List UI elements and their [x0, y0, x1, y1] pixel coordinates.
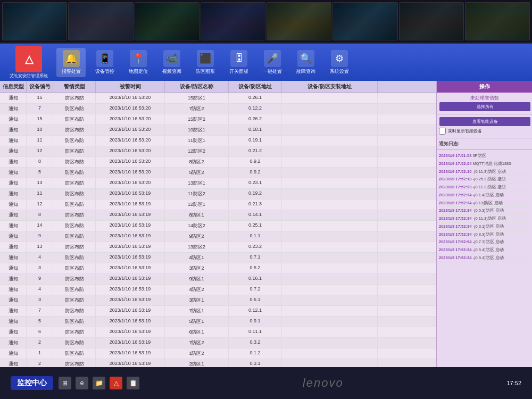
- table-cell-14-5: 0.23.2: [229, 242, 282, 252]
- table-row[interactable]: 通知6防区布防2023/1/10 16:53:196防区10.11.1: [0, 327, 436, 338]
- device-icon: 📱: [96, 50, 113, 67]
- log-time: 2023/1/9 17:52:34: [439, 247, 471, 252]
- log-area[interactable]: 2023/1/9 17:51:58 3P防区 2023/1/9 17:52:04…: [437, 150, 532, 367]
- nav-logo-item[interactable]: △ 艾礼安安防管理系统: [5, 44, 52, 81]
- nav-item-map[interactable]: 📍 地图定位: [123, 48, 153, 77]
- table-row[interactable]: 通知3防区布防2023/1/10 16:53:193防区20.5.2: [0, 263, 436, 274]
- process-button[interactable]: 查看智能设备: [439, 117, 530, 126]
- security-icon[interactable]: △: [110, 377, 122, 389]
- table-row[interactable]: 通知15防区布防2023/1/10 16:53:2015防区20.26.2: [0, 114, 436, 125]
- table-cell-25-1: 2: [27, 359, 53, 367]
- table-row[interactable]: 通知7防区布防2023/1/10 16:53:197防区10.12.1: [0, 306, 436, 317]
- table-row[interactable]: 通知9防区布防2023/1/10 16:53:199防区10.16.1: [0, 274, 436, 285]
- table-row[interactable]: 通知14防区布防2023/1/10 16:53:1914防区20.25.1: [0, 221, 436, 231]
- table-row[interactable]: 通知13防区布防2023/1/10 16:53:1913防区20.23.2: [0, 242, 436, 253]
- table-row[interactable]: 通知2防区布防2023/1/10 16:53:197防区20.3.2: [0, 338, 436, 348]
- nav-item-open[interactable]: 🎛 开关面板: [224, 48, 253, 77]
- table-cell-12-0: 通知: [0, 221, 27, 231]
- folder-icon[interactable]: 📁: [93, 377, 105, 389]
- nav-item-monitor[interactable]: 🔍 故障查询: [291, 48, 320, 77]
- table-cell-13-5: 0.1.1: [229, 231, 282, 242]
- table-cell-6-4: 8防区2: [165, 157, 229, 167]
- table-row[interactable]: 通知12防区布防2023/1/10 16:53:1912防区10.21.3: [0, 200, 436, 210]
- nav-item-zone[interactable]: ⬛ 防区图形: [190, 48, 220, 77]
- table-row[interactable]: 通知3防区布防2023/1/10 16:53:193防区10.5.1: [0, 295, 436, 306]
- table-cell-10-3: 2023/1/10 16:53:19: [96, 200, 165, 210]
- table-cell-24-2: 防区布防: [53, 348, 96, 359]
- table-cell-25-4: 2防区1: [165, 359, 229, 367]
- table-cell-8-6: [282, 178, 378, 188]
- table-cell-18-2: 防区布防: [53, 285, 96, 295]
- ie-icon[interactable]: e: [76, 377, 88, 389]
- table-cell-23-6: [282, 338, 378, 348]
- table-row[interactable]: 通知1防区布防2023/1/10 16:53:191防区20.1.2: [0, 348, 436, 359]
- onkey-icon: 🎤: [264, 50, 281, 67]
- table-row[interactable]: 通知11防区布防2023/1/10 16:53:1911防区20.19.2: [0, 189, 436, 200]
- log-time: 2023/1/9 17:52:34: [439, 232, 471, 237]
- start-icon[interactable]: ⊞: [59, 377, 71, 389]
- table-row[interactable]: 通知8防区布防2023/1/10 16:53:198防区10.14.1: [0, 210, 436, 221]
- nav-map-label: 地图定位: [129, 68, 148, 75]
- col-header-addr: 设备/防区地址: [229, 81, 282, 93]
- table-cell-8-5: 0.23.1: [229, 178, 282, 188]
- table-cell-18-0: 通知: [0, 285, 27, 295]
- nav-item-video[interactable]: 📹 视频查阅: [157, 48, 186, 77]
- table-cell-13-0: 通知: [0, 231, 27, 242]
- col-header-time: 被警时间: [96, 81, 165, 93]
- table-cell-17-4: 9防区1: [165, 274, 229, 284]
- table-row[interactable]: 通知5防区布防2023/1/10 16:53:195防区10.9.1: [0, 317, 436, 327]
- table-row[interactable]: 通知4防区布防2023/1/10 16:53:194防区10.7.1: [0, 253, 436, 263]
- nav-item-alarm[interactable]: 🔔 报警处置: [56, 48, 86, 77]
- table-cell-10-0: 通知: [0, 200, 27, 210]
- table-cell-24-6: [282, 348, 378, 359]
- nav-monitor-label: 故障查询: [296, 68, 315, 75]
- map-icon: 📍: [130, 50, 147, 67]
- log-time: 2023/1/9 17:52:34: [439, 208, 471, 213]
- table-row[interactable]: 通知4防区布防2023/1/10 16:53:194防区20.7.2: [0, 285, 436, 295]
- taskbar: 监控中心 ⊞ e 📁 △ 📋 lenovo 17:52: [0, 367, 532, 399]
- table-cell-21-0: 通知: [0, 317, 27, 327]
- table-row[interactable]: 通知15防区布防2023/1/10 16:53:2015防区10.26.1: [0, 93, 436, 104]
- alarm-icon: 🔔: [63, 50, 80, 67]
- table-cell-14-4: 13防区2: [165, 242, 229, 252]
- table-cell-1-1: 7: [27, 104, 53, 114]
- nav-alarm-label: 报警处置: [62, 68, 81, 75]
- log-entry: 2023/1/9 17:52:34 -(0.5.4)防区 启动: [439, 246, 530, 254]
- realtime-checkbox[interactable]: [439, 128, 446, 135]
- log-entry: 2023/1/9 17:52:34 -(0.11.3)防区 启动: [439, 215, 530, 223]
- col-header-type: 信息类型: [0, 81, 27, 93]
- table-row[interactable]: 通知9防区布防2023/1/10 16:53:199防区20.1.1: [0, 231, 436, 242]
- table-cell-25-2: 防区布防: [53, 359, 96, 367]
- table-row[interactable]: 通知11防区布防2023/1/10 16:53:2011防区10.19.1: [0, 136, 436, 146]
- taskbar-clock: 17:52: [506, 380, 521, 386]
- table-row[interactable]: 通知8防区布防2023/1/10 16:53:208防区20.9.2: [0, 157, 436, 168]
- nav-item-device[interactable]: 📱 设备管控: [90, 48, 119, 77]
- table-cell-18-6: [282, 285, 378, 295]
- table-body[interactable]: 通知15防区布防2023/1/10 16:53:2015防区10.26.1通知7…: [0, 93, 436, 367]
- camera-feed-3: [135, 2, 200, 40]
- select-all-button[interactable]: 选择所有: [439, 102, 530, 111]
- table-cell-18-5: 0.7.2: [229, 285, 282, 295]
- table-cell-22-5: 0.11.1: [229, 327, 282, 337]
- table-cell-24-0: 通知: [0, 348, 27, 359]
- log-time: 2023/1/9 17:52:34: [439, 224, 471, 229]
- table-row[interactable]: 通知5防区布防2023/1/10 16:53:205防区20.9.2: [0, 168, 436, 178]
- app-icon[interactable]: 📋: [127, 377, 139, 389]
- table-cell-9-5: 0.19.2: [229, 189, 282, 199]
- nav-item-settings[interactable]: ⚙ 系统设置: [325, 48, 354, 77]
- unprocessed-label: 未处理警情数: [439, 95, 530, 102]
- log-entry: 2023/1/9 17:51:58 3P防区: [439, 152, 530, 160]
- table-cell-14-0: 通知: [0, 242, 27, 252]
- table-cell-23-0: 通知: [0, 338, 27, 348]
- table-cell-21-5: 0.9.1: [229, 317, 282, 327]
- table-row[interactable]: 通知13防区布防2023/1/10 16:53:2013防区10.23.1: [0, 178, 436, 189]
- nav-item-onkey[interactable]: 🎤 一键处置: [257, 48, 287, 77]
- table-row[interactable]: 通知12防区布防2023/1/10 16:53:2012防区20.21.2: [0, 146, 436, 157]
- table-cell-24-1: 1: [27, 348, 53, 359]
- table-row[interactable]: 通知7防区布防2023/1/10 16:53:207防区20.12.2: [0, 104, 436, 114]
- table-cell-17-0: 通知: [0, 274, 27, 284]
- table-row[interactable]: 通知2防区布防2023/1/10 16:53:192防区10.3.1: [0, 359, 436, 367]
- table-row[interactable]: 通知10防区布防2023/1/10 16:53:2010防区10.18.1: [0, 125, 436, 136]
- table-cell-12-6: [282, 221, 378, 231]
- table-cell-9-6: [282, 189, 378, 199]
